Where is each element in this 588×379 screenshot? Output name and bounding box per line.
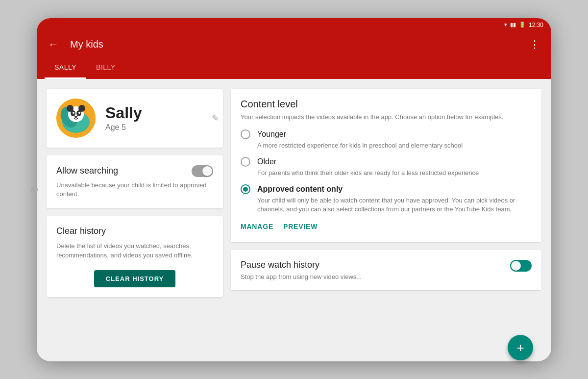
main-content: Sally Age 5 ✎ Allow searching Unavailabl… [37,79,551,361]
radio-label-younger: Younger [257,130,286,139]
radio-row-younger: Younger [241,129,532,139]
svg-point-9 [78,112,80,114]
allow-searching-card: Allow searching Unavailable because your… [47,155,223,208]
content-level-description: Your selection impacts the videos availa… [241,113,532,122]
pause-watch-history-card: Pause watch history Stop the app from us… [231,250,541,290]
clear-history-button[interactable]: CLEAR HISTORY [94,270,175,287]
status-bar: ▾ ▮▮ 🔋 12:30 [37,18,551,32]
content-actions: MANAGE PREVIEW [241,221,532,232]
pause-watch-title: Pause watch history [241,260,362,270]
clear-history-card: Clear history Delete the list of videos … [47,216,223,297]
svg-point-8 [73,112,74,114]
manage-button[interactable]: MANAGE [241,221,273,232]
radio-label-older: Older [257,157,276,166]
tabs-bar: Sally Billy [37,57,551,79]
tablet-frame: ▾ ▮▮ 🔋 12:30 ← My kids ⋮ Sally Billy [37,18,551,361]
profile-name: Sally [105,104,213,122]
content-level-title: Content level [241,99,532,110]
pause-watch-toggle[interactable] [510,260,532,272]
profile-card: Sally Age 5 ✎ [47,89,223,148]
svg-point-10 [74,116,77,118]
preview-button[interactable]: PREVIEW [283,221,318,232]
toolbar: ← My kids ⋮ [37,32,551,57]
clear-history-title: Clear history [56,226,213,236]
more-button[interactable]: ⋮ [526,36,543,53]
content-level-card: Content level Your selection impacts the… [231,89,541,243]
tab-billy[interactable]: Billy [86,57,125,79]
radio-row-older: Older [241,157,532,167]
pause-watch-description: Stop the app from using new video views.… [241,273,362,280]
side-button [31,186,38,193]
radio-desc-approved: Your child will only be able to watch co… [257,196,532,214]
right-column: Content level Your selection impacts the… [231,89,541,352]
radio-label-approved: Approved content only [257,185,343,194]
radio-circle-approved [241,184,250,194]
profile-age: Age 5 [105,123,213,132]
radio-option-approved[interactable]: Approved content only Your child will on… [241,184,532,214]
battery-icon: 🔋 [519,22,526,28]
search-description: Unavailable because your child is limite… [56,181,213,199]
radio-desc-younger: A more restricted experience for kids in… [257,141,532,150]
left-column: Sally Age 5 ✎ Allow searching Unavailabl… [47,89,223,352]
radio-option-older[interactable]: Older For parents who think their older … [241,157,532,177]
toggle-knob [202,166,212,176]
profile-info: Sally Age 5 [105,104,213,132]
pause-info: Pause watch history Stop the app from us… [241,260,362,280]
edit-icon[interactable]: ✎ [212,113,219,124]
radio-dot-approved [243,187,248,192]
status-icons: ▾ ▮▮ 🔋 12:30 [504,22,543,28]
radio-desc-older: For parents who think their older kids a… [257,169,532,177]
avatar [56,99,96,138]
allow-searching-toggle[interactable] [192,165,213,177]
radio-circle-older [241,157,250,167]
search-title: Allow searching [56,166,118,176]
toolbar-title: My kids [70,39,518,50]
search-card-header: Allow searching [56,165,213,177]
avatar-image [56,99,96,138]
fab-button[interactable]: + [508,335,533,360]
back-button[interactable]: ← [45,36,62,53]
tab-sally[interactable]: Sally [45,57,86,79]
clear-history-description: Delete the list of videos you watched, s… [56,241,213,260]
radio-circle-younger [241,129,250,139]
wifi-icon: ▾ [504,22,507,28]
signal-icon: ▮▮ [510,22,516,28]
pause-toggle-knob [511,261,521,271]
radio-row-approved: Approved content only [241,184,532,194]
status-time: 12:30 [529,22,543,28]
radio-option-younger[interactable]: Younger A more restricted experience for… [241,129,532,150]
